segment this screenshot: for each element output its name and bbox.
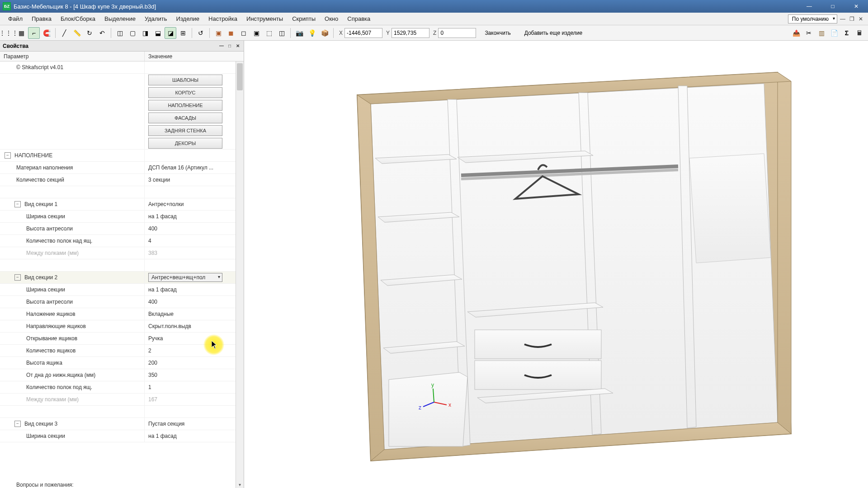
close-button[interactable]: ✕ (847, 1, 865, 11)
mdi-close-button[interactable]: ✕ (857, 15, 864, 23)
menu-Удалить[interactable]: Удалить (140, 14, 172, 24)
layout-combo[interactable]: По умолчанию (788, 14, 837, 23)
property-row[interactable]: −Вид секции 1Антрес+полки (0, 198, 244, 211)
property-row[interactable]: Между полками (мм)167 (0, 394, 244, 406)
property-row[interactable]: Количество ящиков2 (0, 345, 244, 357)
property-value[interactable]: на 1 фасад (145, 213, 235, 220)
mdi-restore-button[interactable]: ❐ (848, 15, 855, 23)
property-row[interactable]: Между полками (мм)383 (0, 247, 244, 259)
finish-button[interactable]: Закончить (480, 28, 515, 38)
render-transparent-icon[interactable]: ⬚ (263, 27, 275, 39)
property-row[interactable]: От дна до нижн.ящика (мм)350 (0, 369, 244, 381)
property-value[interactable]: 400 (145, 225, 235, 232)
view-front-icon[interactable]: ▢ (127, 27, 138, 39)
menu-Инструменты[interactable]: Инструменты (242, 14, 288, 24)
property-value[interactable]: Антрес+полки (145, 201, 235, 207)
tree-expander-icon[interactable]: − (14, 421, 21, 427)
property-value[interactable]: 383 (145, 250, 235, 256)
panel-button-ФАСАДЫ[interactable]: ФАСАДЫ (148, 113, 222, 123)
camera-icon[interactable]: 📷 (293, 27, 305, 39)
property-row[interactable]: Ширина секциина 1 фасад (0, 430, 244, 442)
property-value[interactable]: 3 секции (145, 177, 235, 183)
property-value[interactable]: ДСП белая 16 (Артикул ... (145, 164, 235, 171)
report-icon[interactable]: 📄 (828, 27, 840, 39)
measure-icon[interactable]: 📏 (71, 27, 83, 39)
property-row[interactable]: Открывание ящиковРучка (0, 333, 244, 345)
menu-Блок/Сборка[interactable]: Блок/Сборка (56, 14, 100, 24)
panel-button-ШАБЛОНЫ[interactable]: ШАБЛОНЫ (148, 75, 222, 85)
render-wire-icon[interactable]: ◻ (238, 27, 250, 39)
property-value[interactable]: ШАБЛОНЫКОРПУСНАПОЛНЕНИЕФАСАДЫЗАДНЯЯ СТЕН… (145, 72, 235, 151)
coord-x-input[interactable] (344, 28, 382, 38)
panel-button-ДЕКОРЫ[interactable]: ДЕКОРЫ (148, 138, 222, 149)
property-value[interactable]: 400 (145, 299, 235, 305)
grid-dots-icon[interactable]: ⋮⋮⋮ (3, 27, 14, 39)
property-row[interactable]: Материал наполненияДСП белая 16 (Артикул… (0, 162, 244, 174)
property-row[interactable]: Ширина секциина 1 фасад (0, 211, 244, 223)
edit-line-icon[interactable]: ╱ (58, 27, 70, 39)
property-row[interactable]: Высота антресоли400 (0, 223, 244, 235)
property-row[interactable]: −Вид секции 2Антрес+веш+ящ+пол (0, 272, 244, 284)
undo-icon[interactable]: ↺ (195, 27, 207, 39)
viewport-3d[interactable]: x y z (244, 41, 868, 488)
mdi-minimize-button[interactable]: — (839, 15, 846, 23)
sum-icon[interactable]: Σ (841, 27, 853, 39)
property-row[interactable]: Ширина секциина 1 фасад (0, 284, 244, 296)
view-top-icon[interactable]: ⬓ (152, 27, 164, 39)
coord-z-input[interactable] (438, 28, 476, 38)
render-split-icon[interactable]: ◫ (276, 27, 288, 39)
property-value[interactable]: Антрес+веш+ящ+пол (145, 273, 235, 282)
export-icon[interactable]: 📤 (790, 27, 802, 39)
property-row[interactable]: Количество полок под ящ.1 (0, 381, 244, 394)
panel-button-НАПОЛНЕНИЕ[interactable]: НАПОЛНЕНИЕ (148, 100, 222, 111)
menu-Скрипты[interactable]: Скрипты (288, 14, 320, 24)
property-value[interactable]: 350 (145, 372, 235, 378)
menu-Файл[interactable]: Файл (4, 14, 27, 24)
property-value[interactable]: на 1 фасад (145, 433, 235, 439)
panel-restore-icon[interactable]: □ (226, 43, 233, 49)
coord-y-input[interactable] (392, 28, 429, 38)
view-multi-icon[interactable]: ⊞ (177, 27, 189, 39)
property-row[interactable]: −НАПОЛНЕНИЕ (0, 150, 244, 162)
snap-icon[interactable]: ⌐ (28, 27, 40, 39)
property-value[interactable]: Скрыт.полн.выдв (145, 323, 235, 329)
property-value[interactable]: 1 (145, 384, 235, 390)
property-value[interactable]: Пустая секция (145, 421, 235, 427)
property-combo[interactable]: Антрес+веш+ящ+пол (148, 273, 222, 282)
property-row[interactable]: Наложение ящиковВкладные (0, 308, 244, 320)
cut-icon[interactable]: ✂ (803, 27, 815, 39)
tree-expander-icon[interactable]: − (14, 274, 21, 281)
property-row[interactable]: Количество полок над ящ.4 (0, 235, 244, 247)
material-icon[interactable]: ▥ (816, 27, 827, 39)
grid-squares-icon[interactable]: ▦ (15, 27, 27, 39)
property-row[interactable] (0, 406, 244, 418)
menu-Изделие[interactable]: Изделие (172, 14, 204, 24)
menu-Правка[interactable]: Правка (27, 14, 56, 24)
add-product-button[interactable]: Добавить еще изделие (519, 28, 587, 38)
property-value[interactable]: Вкладные (145, 311, 235, 317)
panel-button-ЗАДНЯЯ СТЕНКА[interactable]: ЗАДНЯЯ СТЕНКА (148, 125, 222, 136)
tree-expander-icon[interactable]: − (14, 201, 21, 207)
property-row[interactable] (0, 259, 244, 272)
property-row[interactable]: Высота антресоли400 (0, 296, 244, 308)
render-solid-icon[interactable]: ◼ (225, 27, 237, 39)
property-value[interactable]: 4 (145, 238, 235, 244)
menu-Справка[interactable]: Справка (343, 14, 375, 24)
properties-scrollbar[interactable]: ▴ ▾ (236, 61, 244, 488)
menu-Окно[interactable]: Окно (320, 14, 343, 24)
property-row[interactable]: Направляющие ящиковСкрыт.полн.выдв (0, 320, 244, 333)
calc-icon[interactable]: 🖩 (854, 27, 865, 39)
render-wood-icon[interactable]: ▣ (212, 27, 224, 39)
scroll-down-icon[interactable]: ▾ (236, 481, 244, 488)
property-row[interactable] (0, 186, 244, 198)
property-row[interactable]: ШАБЛОНЫКОРПУСНАПОЛНЕНИЕФАСАДЫЗАДНЯЯ СТЕН… (0, 74, 244, 150)
property-value[interactable]: Ручка (145, 335, 235, 342)
rotate-left-icon[interactable]: ↶ (96, 27, 108, 39)
panel-close-icon[interactable]: ✕ (235, 43, 241, 49)
refresh-icon[interactable]: ↻ (84, 27, 95, 39)
minimize-button[interactable]: — (800, 1, 818, 11)
tree-expander-icon[interactable]: − (5, 152, 11, 159)
menu-Выделение[interactable]: Выделение (100, 14, 140, 24)
property-row[interactable]: Количество секций3 секции (0, 174, 244, 186)
view-persp-icon[interactable]: ◪ (165, 27, 176, 39)
